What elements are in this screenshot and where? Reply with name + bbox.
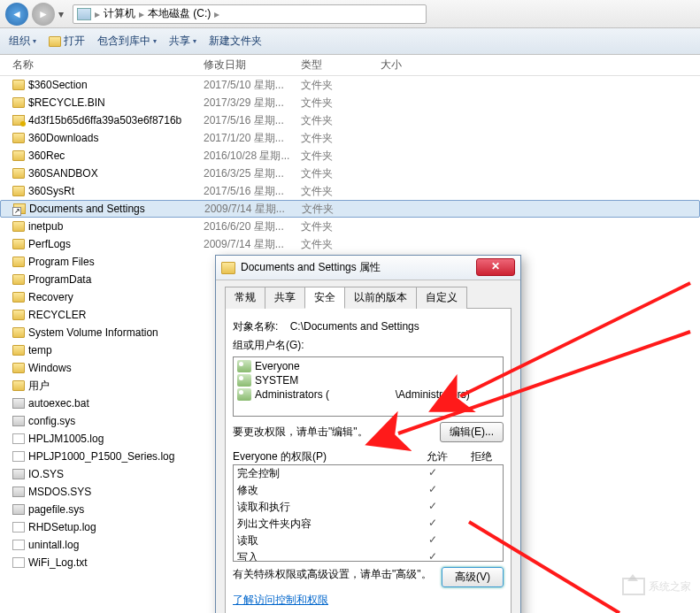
toolbar-new-folder[interactable]: 新建文件夹	[209, 34, 262, 49]
toolbar-open[interactable]: 打开	[49, 34, 85, 49]
groups-listbox[interactable]: Everyone SYSTEM Administrators ( \Admini…	[233, 356, 504, 417]
folder-icon	[12, 380, 25, 391]
deny-check-icon	[455, 533, 499, 548]
file-row[interactable]: 360SANDBOX2016/3/25 星期...文件夹	[0, 165, 700, 182]
toolbar-include-library[interactable]: 包含到库中▾	[97, 34, 157, 49]
nav-history-dropdown[interactable]: ▾	[58, 8, 69, 20]
breadcrumb-sep: ▸	[139, 8, 144, 20]
col-size[interactable]: 大小	[381, 57, 451, 73]
address-bar[interactable]: ▸ 计算机 ▸ 本地磁盘 (C:) ▸	[73, 4, 427, 24]
file-type: 文件夹	[301, 113, 381, 128]
watermark-icon	[622, 578, 645, 595]
file-name: 用户	[28, 379, 50, 394]
permissions-listbox[interactable]: 完全控制✓修改✓读取和执行✓列出文件夹内容✓读取✓写入✓	[233, 464, 504, 562]
file-date: 2017/3/29 星期...	[204, 96, 301, 111]
file-name: HPLJM1005.log	[28, 433, 104, 445]
allow-check-icon: ✓	[411, 533, 455, 548]
permission-row: 修改✓	[234, 482, 503, 499]
object-name-label: 对象名称:	[233, 320, 278, 333]
file-date: 2016/6/20 星期...	[204, 219, 301, 234]
file-name: Windows	[28, 362, 72, 374]
file-sys-icon	[12, 398, 25, 409]
advanced-button[interactable]: 高级(V)	[442, 567, 504, 587]
tab-security[interactable]: 安全	[304, 287, 345, 309]
col-type[interactable]: 类型	[301, 57, 381, 73]
nav-back-button[interactable]: ◄	[5, 3, 28, 26]
learn-more-link[interactable]: 了解访问控制和权限	[233, 593, 328, 608]
file-row[interactable]: 360Downloads2017/1/20 星期...文件夹	[0, 129, 700, 147]
folder-icon	[12, 327, 25, 338]
file-name: $360Section	[28, 79, 88, 91]
tab-share[interactable]: 共享	[265, 287, 305, 309]
file-sys-icon	[12, 469, 25, 479]
tab-previous-versions[interactable]: 以前的版本	[344, 287, 417, 309]
col-name[interactable]: 名称	[0, 57, 204, 73]
deny-check-icon	[455, 517, 499, 532]
file-date: 2017/5/16 星期...	[204, 113, 301, 128]
file-row[interactable]: $360Section2017/5/10 星期...文件夹	[0, 76, 700, 94]
dialog-titlebar[interactable]: Documents and Settings 属性 ✕	[216, 256, 520, 280]
file-type: 文件夹	[301, 149, 381, 164]
permission-name: 修改	[237, 483, 411, 498]
file-name: Documents and Settings	[29, 203, 145, 215]
watermark: 系统之家	[622, 578, 691, 595]
file-name: ProgramData	[28, 273, 91, 286]
tab-general[interactable]: 常规	[225, 287, 265, 309]
file-type: 文件夹	[301, 131, 381, 146]
folder-icon	[12, 221, 25, 232]
permission-name: 写入	[237, 550, 411, 562]
groups-label: 组或用户名(G):	[233, 338, 504, 353]
col-date[interactable]: 修改日期	[204, 57, 301, 73]
folder-icon	[12, 186, 25, 196]
file-row[interactable]: 360SysRt2017/5/16 星期...文件夹	[0, 182, 700, 200]
nav-forward-button[interactable]: ►	[32, 3, 55, 26]
file-row[interactable]: Documents and Settings2009/7/14 星期...文件夹	[0, 200, 700, 218]
deny-check-icon	[455, 483, 499, 498]
toolbar-share[interactable]: 共享▾	[169, 34, 196, 49]
edit-button[interactable]: 编辑(E)...	[440, 422, 504, 442]
file-row[interactable]: 360Rec2016/10/28 星期...文件夹	[0, 147, 700, 165]
group-icon	[237, 388, 251, 401]
file-type: 文件夹	[301, 166, 381, 181]
group-system[interactable]: SYSTEM	[235, 373, 501, 387]
permission-name: 读取	[237, 533, 411, 548]
tab-custom[interactable]: 自定义	[416, 287, 467, 309]
permission-row: 完全控制✓	[234, 465, 503, 482]
permission-row: 读取✓	[234, 533, 503, 549]
file-name: RECYCLER	[28, 309, 86, 321]
folder-icon	[12, 97, 25, 108]
file-row[interactable]: inetpub2016/6/20 星期...文件夹	[0, 218, 700, 235]
file-date: 2016/3/25 星期...	[204, 166, 301, 181]
folder-icon	[12, 150, 25, 161]
file-name: WiFi_Log.txt	[28, 556, 88, 569]
explorer-toolbar: 组织▾ 打开 包含到库中▾ 共享▾ 新建文件夹	[0, 28, 700, 55]
allow-check-icon: ✓	[411, 500, 455, 515]
file-name: MSDOS.SYS	[28, 486, 91, 498]
allow-check-icon: ✓	[411, 483, 455, 498]
group-everyone[interactable]: Everyone	[235, 359, 501, 373]
file-type: 文件夹	[302, 202, 381, 217]
group-icon	[237, 374, 251, 387]
file-type: 文件夹	[301, 237, 381, 252]
file-name: autoexec.bat	[28, 397, 89, 410]
file-date: 2009/7/14 星期...	[204, 202, 302, 217]
dialog-title-text: Documents and Settings 属性	[241, 260, 381, 275]
file-name: IO.SYS	[28, 468, 64, 480]
group-administrators[interactable]: Administrators ( \Administrators)	[235, 387, 501, 402]
file-row[interactable]: PerfLogs2009/7/14 星期...文件夹	[0, 235, 700, 253]
breadcrumb-drive[interactable]: 本地磁盘 (C:)	[148, 6, 211, 21]
file-type: 文件夹	[301, 96, 381, 111]
file-date: 2016/10/28 星期...	[204, 149, 301, 164]
permission-name: 完全控制	[237, 466, 411, 481]
file-row[interactable]: 4d3f15b65d6ffa39a503e6f8716b2017/5/16 星期…	[0, 111, 700, 129]
file-sys-icon	[12, 504, 25, 515]
file-name: RHDSetup.log	[28, 521, 96, 533]
folder-shortcut-icon	[13, 203, 26, 214]
folder-icon	[12, 168, 25, 179]
close-button[interactable]: ✕	[476, 258, 515, 276]
allow-header: 允许	[415, 449, 459, 464]
folder-icon	[12, 363, 25, 373]
toolbar-organize[interactable]: 组织▾	[9, 34, 36, 49]
breadcrumb-computer[interactable]: 计算机	[104, 6, 135, 21]
file-row[interactable]: $RECYCLE.BIN2017/3/29 星期...文件夹	[0, 94, 700, 111]
